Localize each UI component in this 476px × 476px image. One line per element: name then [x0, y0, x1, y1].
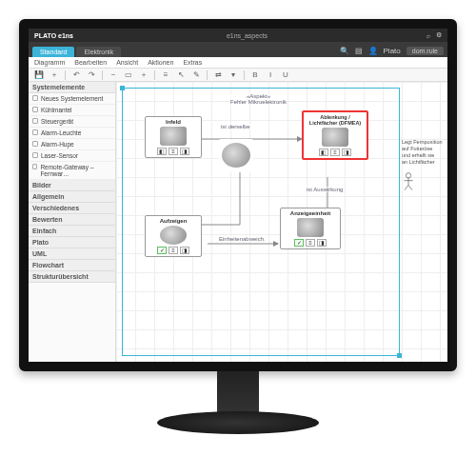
node-image	[160, 127, 187, 146]
edit-icon[interactable]: ✎	[191, 70, 201, 79]
port[interactable]: ≡	[330, 149, 340, 156]
zoom-in-icon[interactable]: ＋	[139, 69, 149, 80]
node-image	[160, 226, 187, 245]
palette-category[interactable]: Bilder	[29, 180, 115, 191]
port[interactable]: ◧	[157, 148, 167, 155]
palette-category[interactable]: Verschiedenes	[29, 203, 115, 214]
diagram-node-infeld[interactable]: Infeld ◧≡◨	[145, 116, 202, 158]
diagram-canvas[interactable]: «Aspekt» Fehler Mikroelektronik Infeld ◧…	[116, 82, 447, 362]
edge-label: ist Auswirkung	[307, 187, 343, 192]
status-ok-icon[interactable]: ✓	[157, 247, 167, 254]
save-icon[interactable]: 💾	[34, 70, 44, 79]
user-icon[interactable]: 👤	[368, 47, 378, 55]
palette-item[interactable]: Steuergerät	[29, 116, 115, 128]
port[interactable]: ≡	[169, 247, 178, 254]
dropdown-icon[interactable]: ▾	[228, 70, 238, 79]
layers-icon[interactable]: ▤	[355, 47, 363, 55]
palette-category[interactable]: Allgemein	[29, 191, 115, 203]
palette-category[interactable]: Strukturübersicht	[29, 271, 115, 283]
palette-category[interactable]: Bewerten	[29, 214, 115, 226]
port[interactable]: ◨	[180, 148, 189, 155]
edge-label: ist derselbe	[221, 124, 250, 129]
port[interactable]: ≡	[169, 148, 178, 155]
window-titlebar: PLATO e1ns e1ns_aspects ⌕ ⚙	[29, 29, 447, 42]
port[interactable]: ◨	[342, 149, 351, 156]
node-image	[297, 218, 324, 237]
palette-category[interactable]: Flowchart	[29, 260, 115, 271]
menu-ansicht[interactable]: Ansicht	[116, 59, 138, 66]
menu-bearbeiten[interactable]: Bearbeiten	[74, 59, 107, 66]
svg-point-0	[406, 172, 410, 177]
palette-item[interactable]: Alarm-Leuchte	[29, 128, 115, 139]
search-icon[interactable]: 🔍	[340, 47, 349, 55]
palette-item[interactable]: Neues Systemelement	[29, 93, 115, 105]
product-name: PLATO e1ns	[34, 32, 73, 39]
diagram-node-ablenkung[interactable]: Ablenkung / Lichtfächer (DFMEA) ◧≡◨	[302, 110, 368, 160]
port[interactable]: ◨	[317, 239, 327, 247]
menu-aktionen[interactable]: Aktionen	[148, 59, 173, 66]
underline-icon[interactable]: U	[281, 70, 290, 79]
plus-icon[interactable]: ＋	[50, 69, 59, 80]
status-ok-icon[interactable]: ✓	[294, 239, 304, 247]
tab-elektronik[interactable]: Elektronik	[76, 47, 121, 57]
node-image	[222, 143, 250, 168]
palette-sidebar: Systemelemente Neues Systemelement Kühlm…	[29, 82, 116, 362]
menu-extras[interactable]: Extras	[183, 59, 202, 66]
palette-item[interactable]: Remote-Gateway – Fernwar…	[29, 162, 115, 180]
palette-category[interactable]: Plato	[29, 237, 115, 248]
palette-item[interactable]: Alarm-Hupe	[29, 139, 115, 150]
undo-icon[interactable]: ↶	[71, 70, 81, 79]
search-icon[interactable]: ⌕	[426, 32, 430, 39]
domain-rule-button[interactable]: dom.rule	[407, 47, 444, 55]
port[interactable]: ≡	[306, 239, 315, 247]
zoom-fit-icon[interactable]: ▭	[124, 70, 133, 79]
node-image	[322, 128, 348, 147]
diagram-node-anzeige[interactable]: Anzeigeeinheit ✓≡◨	[280, 208, 341, 249]
annotation-text: Legt Fernposition auf Futteröse und erhe…	[402, 139, 444, 191]
palette-category[interactable]: Systemelemente	[29, 82, 115, 93]
redo-icon[interactable]: ↷	[87, 70, 96, 79]
document-name: e1ns_aspects	[73, 32, 421, 39]
bold-icon[interactable]: B	[250, 70, 260, 79]
settings-icon[interactable]: ⚙	[436, 31, 442, 39]
pointer-icon[interactable]: ↖	[176, 70, 186, 79]
diagram-stereotype-label: «Aspekt» Fehler Mikroelektronik	[230, 93, 287, 105]
align-left-icon[interactable]: ≡	[161, 70, 170, 79]
user-label: Plato	[384, 47, 401, 55]
zoom-out-icon[interactable]: −	[109, 70, 118, 79]
menu-diagramm[interactable]: Diagramm	[34, 59, 65, 66]
workspace-tabs: Standard Elektronik 🔍 ▤ 👤 Plato dom.rule	[29, 42, 447, 57]
palette-item[interactable]: Laser-Sensor	[29, 150, 115, 162]
actor-icon	[402, 172, 415, 191]
palette-category[interactable]: UML	[29, 248, 115, 260]
diagram-node-aufzeigen[interactable]: Aufzeigen ✓≡◨	[145, 215, 202, 257]
port[interactable]: ◨	[180, 247, 189, 254]
tab-standard[interactable]: Standard	[32, 47, 74, 57]
italic-icon[interactable]: I	[266, 70, 275, 79]
menu-bar: Diagramm Bearbeiten Ansicht Aktionen Ext…	[29, 57, 447, 69]
diagram-hub-node[interactable]	[219, 139, 253, 171]
toolbar: 💾 ＋ ↶ ↷ − ▭ ＋ ≡ ↖ ✎ ⇄ ▾ B I U	[29, 69, 447, 82]
link-icon[interactable]: ⇄	[213, 70, 223, 79]
palette-item[interactable]: Kühlmantel	[29, 105, 115, 116]
edge-label: Einheitenabweich.	[219, 236, 266, 242]
port[interactable]: ◧	[319, 149, 328, 156]
palette-category[interactable]: Einfach	[29, 226, 115, 237]
